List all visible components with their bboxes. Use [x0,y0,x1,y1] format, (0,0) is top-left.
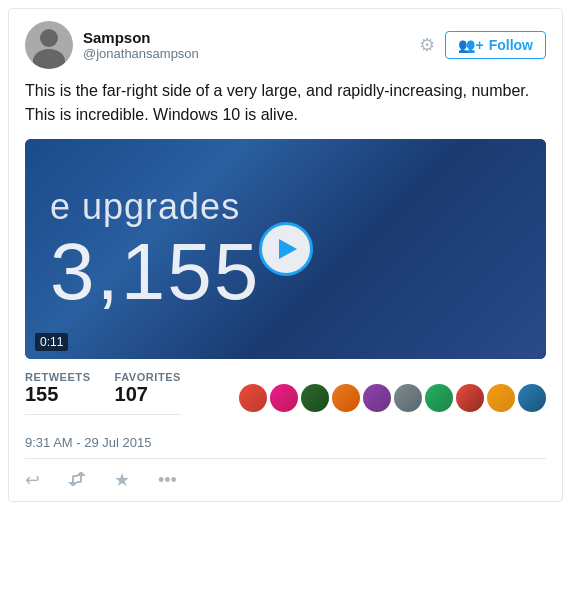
mini-avatar-4 [332,384,360,412]
tweet-actions: ↩ ★ ••• [25,469,546,491]
mini-avatar-8 [456,384,484,412]
user-info: Sampson @jonathansampson [83,29,199,61]
tweet-stats: RETWEETS 155 FAVORITES 107 [25,371,181,415]
retweet-icon [68,470,86,491]
stats-row: RETWEETS 155 FAVORITES 107 [25,371,546,425]
tweet-media[interactable]: e upgrades 3,155 0:11 [25,139,546,359]
reply-icon: ↩ [25,469,40,491]
mini-avatar-9 [487,384,515,412]
user-name[interactable]: Sampson [83,29,199,46]
retweets-value: 155 [25,383,91,406]
mini-avatar-5 [363,384,391,412]
mini-avatar-1 [239,384,267,412]
gear-icon[interactable]: ⚙ [419,34,435,56]
mini-avatar-10 [518,384,546,412]
mini-avatar-2 [270,384,298,412]
more-button[interactable]: ••• [158,470,177,491]
retweets-label: RETWEETS [25,371,91,383]
follow-label: Follow [489,37,533,53]
mini-avatar-3 [301,384,329,412]
user-handle[interactable]: @jonathansampson [83,46,199,61]
retweet-button[interactable] [68,470,86,491]
tweet-header-left: Sampson @jonathansampson [25,21,199,69]
favorites-value: 107 [115,383,181,406]
reply-button[interactable]: ↩ [25,469,40,491]
tweet-header: Sampson @jonathansampson ⚙ 👥+ Follow [25,21,546,69]
mini-avatar-7 [425,384,453,412]
retweets-stat: RETWEETS 155 [25,371,91,406]
mini-avatar-6 [394,384,422,412]
tweet-card: Sampson @jonathansampson ⚙ 👥+ Follow Thi… [8,8,563,502]
play-button[interactable] [259,222,313,276]
avatar[interactable] [25,21,73,69]
person-add-icon: 👥+ [458,37,483,53]
follow-button[interactable]: 👥+ Follow [445,31,546,59]
engagement-avatars [239,384,546,412]
tweet-text: This is the far-right side of a very lar… [25,79,546,127]
more-icon: ••• [158,470,177,491]
star-icon: ★ [114,469,130,491]
media-duration: 0:11 [35,333,68,351]
tweet-header-right: ⚙ 👥+ Follow [419,31,546,59]
favorite-button[interactable]: ★ [114,469,130,491]
tweet-timestamp: 9:31 AM - 29 Jul 2015 [25,435,546,459]
favorites-stat: FAVORITES 107 [115,371,181,406]
favorites-label: FAVORITES [115,371,181,383]
play-icon [279,239,297,259]
